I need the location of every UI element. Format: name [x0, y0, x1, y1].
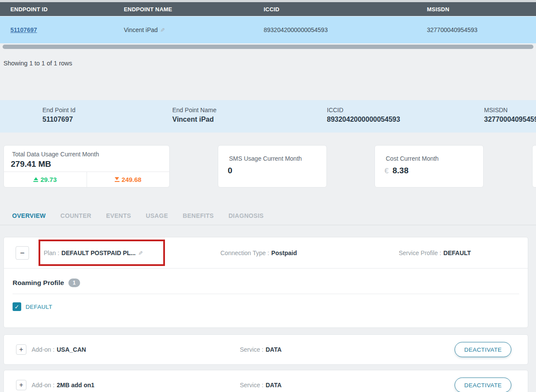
service-label: Service : [240, 382, 263, 389]
plan-info: Plan :DEFAULT POSTPAID PL...✎ [44, 249, 143, 256]
data-usage-card: Total Data Usage Current Month 279.41 MB… [3, 145, 170, 188]
cost-label: Cost Current Month [386, 155, 474, 162]
detail-value: Vincent iPad [172, 116, 216, 123]
service-label: Service : [240, 346, 263, 353]
iccid-cell: 8932042000000054593 [253, 26, 417, 33]
sms-usage-label: SMS Usage Current Month [229, 155, 317, 162]
table-horizontal-scrollbar [0, 43, 536, 50]
download-icon [115, 177, 119, 182]
detail-value: 8932042000000054593 [327, 116, 400, 123]
scrollbar-thumb[interactable] [3, 45, 533, 49]
detail-value: 327700040954593 [484, 116, 536, 123]
column-header-endpoint-id[interactable]: ENDPOINT ID [0, 6, 113, 13]
tab-usage[interactable]: USAGE [146, 212, 168, 219]
endpoint-table-row[interactable]: 51107697 Vincent iPad✎ 89320420000000545… [0, 16, 536, 43]
detail-label: End Point Id [42, 107, 75, 113]
euro-sign: € [384, 167, 388, 175]
sms-usage-card: SMS Usage Current Month 0 [218, 145, 327, 188]
detail-label: End Point Name [172, 107, 216, 113]
expand-addon-button[interactable]: + [16, 344, 26, 355]
addon-name: 2MB add on1 [57, 382, 94, 389]
upload-usage: 29.73 [4, 172, 87, 187]
tab-overview[interactable]: OVERVIEW [12, 212, 46, 219]
addon-name: USA_CAN [57, 346, 86, 353]
usage-cards: Total Data Usage Current Month 279.41 MB… [0, 145, 536, 188]
endpoint-detail-bar: End Point Id 51107697 End Point Name Vin… [0, 100, 536, 133]
connection-type-value: Postpaid [271, 249, 297, 256]
deactivate-addon-button[interactable]: DEACTIVATE [455, 342, 511, 357]
plan-label: Plan : [44, 249, 59, 256]
detail-field-endpoint-id: End Point Id 51107697 [42, 107, 75, 123]
addon-info: Add-on :USA_CAN [32, 346, 86, 353]
addon-panel-2mb-addon1: + Add-on :2MB add on1 Service :DATA DEAC… [3, 370, 528, 392]
expand-addon-button[interactable]: + [16, 380, 26, 390]
upload-value: 29.73 [40, 176, 57, 183]
roaming-profile-header: Roaming Profile 1 [13, 279, 519, 287]
service-value: DATA [265, 382, 281, 389]
addon-label: Add-on : [32, 346, 55, 353]
msisdn-cell: 327700040954593 [417, 26, 536, 33]
tab-events[interactable]: EVENTS [106, 212, 131, 219]
connection-type-label: Connection Type : [220, 249, 269, 256]
download-usage: 249.68 [87, 172, 170, 187]
roaming-profile-section: Roaming Profile 1 ✓ DEFAULT [4, 279, 528, 327]
tab-benefits[interactable]: BENEFITS [183, 212, 214, 219]
tab-counter[interactable]: COUNTER [61, 212, 91, 219]
service-profile-value: DEFAULT [443, 249, 471, 256]
edit-endpoint-name-icon[interactable]: ✎ [160, 27, 165, 33]
detail-field-msisdn: MSISDN 327700040954593 [484, 107, 536, 123]
data-usage-label: Total Data Usage Current Month [12, 151, 162, 158]
addon-service-info: Service :DATA [240, 382, 281, 389]
detail-value: 51107697 [42, 116, 75, 123]
column-header-iccid[interactable]: ICCID [253, 6, 417, 13]
detail-field-iccid: ICCID 8932042000000054593 [327, 107, 400, 123]
endpoint-name-text: Vincent iPad [124, 26, 158, 33]
roaming-divider [13, 294, 519, 294]
service-profile-info: Service Profile :DEFAULT [399, 249, 471, 256]
plan-panel: − Plan :DEFAULT POSTPAID PL...✎ Connecti… [3, 237, 528, 328]
plan-row: − Plan :DEFAULT POSTPAID PL...✎ Connecti… [4, 237, 528, 269]
clipped-card [532, 145, 536, 188]
endpoint-id-cell: 51107697 [0, 26, 113, 33]
edit-plan-icon[interactable]: ✎ [138, 250, 143, 256]
check-icon: ✓ [15, 304, 19, 310]
endpoint-name-cell: Vincent iPad✎ [113, 26, 253, 33]
roaming-option-label: DEFAULT [26, 304, 52, 310]
table-row-count: Showing 1 to 1 of 1 rows [0, 50, 536, 67]
cost-amount: 8.38 [392, 166, 408, 175]
detail-label: MSISDN [484, 107, 536, 113]
tab-diagnosis[interactable]: DIAGNOSIS [229, 212, 264, 219]
detail-tabs: OVERVIEW COUNTER EVENTS USAGE BENEFITS D… [0, 212, 536, 225]
addon-service-info: Service :DATA [240, 346, 281, 353]
download-value: 249.68 [122, 176, 142, 183]
collapse-plan-button[interactable]: − [16, 246, 29, 259]
sms-usage-value: 0 [228, 166, 317, 175]
plan-value: DEFAULT POSTPAID PL... [61, 249, 136, 256]
roaming-count-badge: 1 [68, 279, 80, 287]
column-header-msisdn[interactable]: MSISDN [417, 6, 536, 13]
detail-label: ICCID [327, 107, 400, 113]
deactivate-addon-button[interactable]: DEACTIVATE [455, 378, 511, 392]
addon-info: Add-on :2MB add on1 [32, 382, 94, 389]
endpoints-table-header: ENDPOINT ID ENDPOINT NAME ICCID MSISDN [0, 2, 536, 16]
detail-field-endpoint-name: End Point Name Vincent iPad [172, 107, 216, 123]
roaming-default-checkbox[interactable]: ✓ [13, 302, 21, 311]
upload-icon [33, 177, 38, 182]
data-usage-value: 279.41 MB [11, 159, 162, 169]
service-value: DATA [265, 346, 281, 353]
service-profile-label: Service Profile : [399, 249, 441, 256]
endpoint-id-link[interactable]: 51107697 [10, 26, 37, 33]
cost-card: Cost Current Month €8.38 [375, 145, 484, 188]
roaming-profile-title: Roaming Profile [13, 279, 64, 287]
addon-label: Add-on : [32, 382, 55, 389]
column-header-endpoint-name[interactable]: ENDPOINT NAME [113, 6, 253, 13]
cost-value: €8.38 [384, 166, 474, 175]
addon-panel-usa-can: + Add-on :USA_CAN Service :DATA DEACTIVA… [3, 334, 528, 365]
roaming-option-default: ✓ DEFAULT [13, 302, 519, 327]
connection-type-info: Connection Type :Postpaid [220, 249, 297, 256]
